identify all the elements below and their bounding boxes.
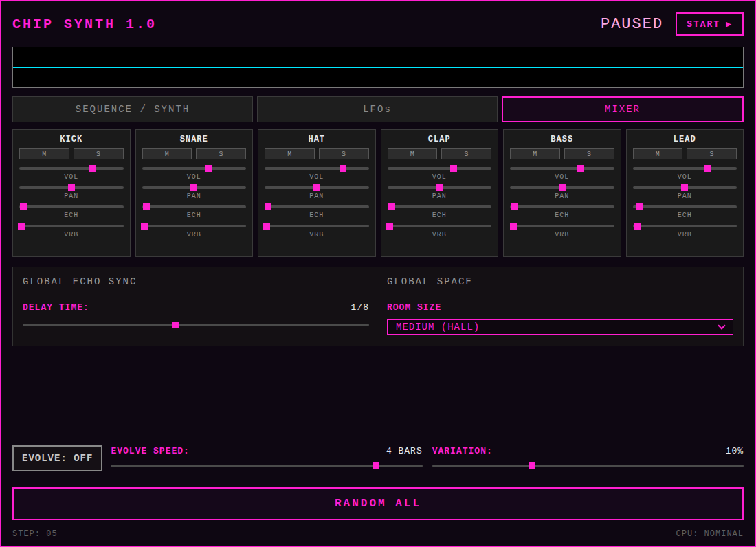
solo-button[interactable]: S [319,148,369,159]
slider-thumb[interactable] [388,203,395,210]
pan-label: PAN [265,192,369,200]
slider-track [388,167,492,170]
mute-button[interactable]: M [633,148,683,159]
step-indicator: STEP: 05 [12,529,58,539]
mute-button[interactable]: M [19,148,69,159]
slider-thumb[interactable] [313,184,320,191]
pan-slider[interactable] [19,183,124,192]
vol-slider[interactable] [142,164,247,172]
vol-label: VOL [388,173,492,181]
evolve-controls: EVOLVE SPEED: 4 BARS VARIATION: 10% [111,446,744,471]
slider-thumb[interactable] [373,462,379,469]
slider-track [633,205,737,208]
slider-thumb[interactable] [205,165,212,172]
slider-thumb[interactable] [143,203,150,210]
slider-thumb[interactable] [265,203,271,210]
vol-slider[interactable] [388,164,492,172]
pan-slider[interactable] [510,183,614,192]
slider-thumb[interactable] [340,165,346,172]
echo-label: ECH [633,212,737,219]
slider-thumb[interactable] [577,165,584,172]
vol-label: VOL [19,173,124,181]
global-space-section: GLOBAL SPACE ROOM SIZE MEDIUM (HALL) [387,276,733,335]
slider-track [388,205,492,208]
random-all-button[interactable]: RANDOM ALL [12,487,744,520]
slider-thumb[interactable] [636,203,643,210]
vol-slider[interactable] [19,164,124,172]
global-space-title: GLOBAL SPACE [387,276,733,293]
slider-thumb[interactable] [704,165,711,172]
mute-solo-row: M S [388,148,492,159]
solo-button[interactable]: S [564,148,614,159]
evolve-toggle-button[interactable]: EVOLVE: OFF [12,445,102,471]
slider-thumb[interactable] [529,462,535,469]
slider-thumb[interactable] [436,184,443,191]
slider-thumb[interactable] [386,223,393,230]
slider-thumb[interactable] [263,223,270,230]
slider-thumb[interactable] [190,184,197,191]
vol-slider[interactable] [633,164,737,172]
pan-slider[interactable] [633,183,737,192]
mute-button[interactable]: M [510,148,560,159]
echo-slider[interactable] [265,203,369,211]
mute-button[interactable]: M [265,148,315,159]
variation-slider[interactable] [432,462,744,470]
echo-label: ECH [142,212,247,219]
slider-thumb[interactable] [634,223,641,230]
slider-thumb[interactable] [68,184,75,191]
reverb-slider[interactable] [510,222,614,230]
slider-thumb[interactable] [20,203,27,210]
echo-slider[interactable] [19,203,124,211]
slider-track [19,225,124,227]
reverb-label: VRB [265,231,369,238]
mute-solo-row: M S [265,148,369,159]
channel-bass: BASS M S VOL PAN ECH [503,129,621,257]
slider-track [633,167,737,170]
header-right: PAUSED START ▶ [601,12,744,36]
reverb-slider[interactable] [19,222,124,230]
evolve-speed-value: 4 BARS [386,446,423,456]
solo-button[interactable]: S [441,148,491,159]
delay-time-slider[interactable] [23,321,369,329]
pan-slider[interactable] [265,183,369,192]
solo-button[interactable]: S [196,148,246,159]
reverb-slider[interactable] [142,222,247,230]
start-button[interactable]: START ▶ [676,12,744,36]
header: CHIP SYNTH 1.0 PAUSED START ▶ [12,11,744,37]
echo-slider[interactable] [510,203,614,211]
tab-sequence-synth[interactable]: SEQUENCE / SYNTH [12,96,253,122]
pan-slider[interactable] [388,183,492,192]
mute-solo-row: M S [142,148,247,159]
pan-slider[interactable] [142,183,247,192]
slider-thumb[interactable] [89,165,96,172]
solo-button[interactable]: S [687,148,737,159]
slider-thumb[interactable] [18,223,25,230]
mute-button[interactable]: M [142,148,192,159]
evolve-speed-slider[interactable] [111,462,422,470]
slider-thumb[interactable] [559,184,566,191]
channel-name: LEAD [633,135,737,144]
echo-slider[interactable] [388,203,492,211]
reverb-slider[interactable] [633,222,737,230]
echo-slider[interactable] [142,203,247,211]
vol-slider[interactable] [265,164,369,172]
reverb-slider[interactable] [265,222,369,230]
slider-thumb[interactable] [681,184,688,191]
slider-track [510,205,614,208]
tab-mixer[interactable]: MIXER [502,96,744,122]
echo-label: ECH [510,212,614,219]
slider-thumb[interactable] [172,322,179,328]
solo-button[interactable]: S [74,148,124,159]
slider-thumb[interactable] [510,223,517,230]
vol-slider[interactable] [510,164,614,172]
channel-snare: SNARE M S VOL PAN ECH [135,129,254,257]
slider-thumb[interactable] [450,165,457,172]
room-size-select[interactable]: MEDIUM (HALL) [387,319,733,335]
slider-thumb[interactable] [141,223,148,230]
vol-label: VOL [633,173,737,181]
slider-thumb[interactable] [511,203,518,210]
reverb-slider[interactable] [388,222,492,230]
echo-slider[interactable] [633,203,737,211]
mute-button[interactable]: M [388,148,438,159]
tab-lfos[interactable]: LFOs [257,96,498,122]
